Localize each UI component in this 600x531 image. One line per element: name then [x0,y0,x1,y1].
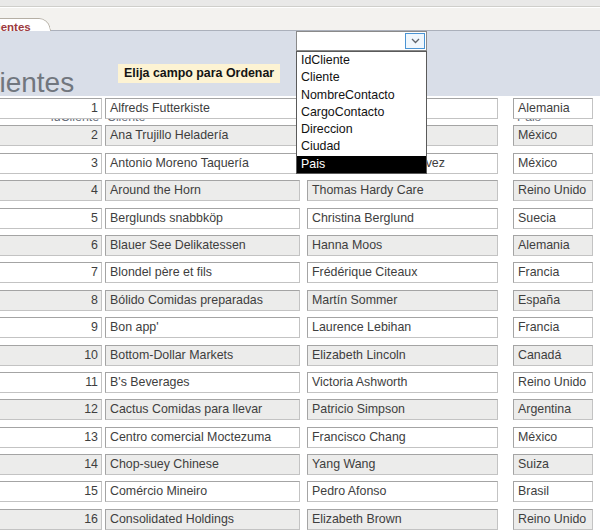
access-form-window: Clientes Clientes Elija campo para Orden… [0,0,600,531]
contacto-cell[interactable]: Christina Berglund [307,208,498,229]
document-tab-bar: Clientes [0,8,600,31]
pais-cell[interactable]: Francia [513,262,593,283]
cliente-cell[interactable]: Ana Trujillo Heladería [105,125,300,146]
cliente-cell[interactable]: Bólido Comidas preparadas [105,290,300,311]
table-row: 4Around the HornThomas Hardy CareReino U… [0,178,600,205]
contacto-cell[interactable]: Martín Sommer [307,290,498,311]
dropdown-option[interactable]: CargoContacto [297,104,426,121]
pais-cell[interactable]: España [513,290,593,311]
contacto-cell[interactable]: Francisco Chang [307,427,498,448]
cliente-cell[interactable]: Around the Horn [105,180,300,201]
idcliente-cell[interactable]: 7 [0,262,102,283]
pais-cell[interactable]: Argentina [513,399,593,420]
cliente-cell[interactable]: Centro comercial Moctezuma [105,427,300,448]
pais-cell[interactable]: México [513,153,593,174]
contacto-cell[interactable]: Yang Wang [307,454,498,475]
dropdown-option[interactable]: Direccion [297,121,426,138]
idcliente-cell[interactable]: 10 [0,345,102,366]
contacto-cell[interactable]: Elizabeth Brown [307,509,498,530]
cliente-cell[interactable]: Antonio Moreno Taquería [105,153,300,174]
sort-field-dropdown-list: IdClienteClienteNombreContactoCargoConta… [296,51,427,174]
idcliente-cell[interactable]: 4 [0,180,102,201]
pais-cell[interactable]: Suecia [513,208,593,229]
pais-cell[interactable]: Reino Unido [513,509,593,530]
cliente-cell[interactable]: B's Beverages [105,372,300,393]
table-row: 16Consolidated HoldingsElizabeth BrownRe… [0,507,600,531]
pais-cell[interactable]: Francia [513,317,593,338]
table-row: 10Bottom-Dollar MarketsElizabeth Lincoln… [0,343,600,370]
contacto-cell[interactable]: Thomas Hardy Care [307,180,498,201]
table-row: 14Chop-suey ChineseYang WangSuiza [0,452,600,479]
dropdown-option[interactable]: NombreContacto [297,87,426,104]
idcliente-cell[interactable]: 8 [0,290,102,311]
idcliente-cell[interactable]: 2 [0,125,102,146]
idcliente-cell[interactable]: 9 [0,317,102,338]
contacto-cell[interactable]: Hanna Moos [307,235,498,256]
contacto-cell[interactable]: Patricio Simpson [307,399,498,420]
pais-cell[interactable]: México [513,125,593,146]
pais-cell[interactable]: Brasil [513,481,593,502]
idcliente-cell[interactable]: 5 [0,208,102,229]
cliente-cell[interactable]: Comércio Mineiro [105,481,300,502]
dropdown-option[interactable]: Pais [297,156,426,173]
cliente-cell[interactable]: Chop-suey Chinese [105,454,300,475]
contacto-cell[interactable]: Victoria Ashworth [307,372,498,393]
idcliente-cell[interactable]: 12 [0,399,102,420]
sort-prompt-label: Elija campo para Ordenar [118,64,280,83]
pais-cell[interactable]: Reino Unido [513,372,593,393]
cliente-cell[interactable]: Blondel père et fils [105,262,300,283]
idcliente-cell[interactable]: 13 [0,427,102,448]
pais-cell[interactable]: México [513,427,593,448]
table-row: 15Comércio MineiroPedro AfonsoBrasil [0,479,600,506]
dropdown-option[interactable]: Ciudad [297,138,426,155]
cliente-cell[interactable]: Consolidated Holdings [105,509,300,530]
table-row: 5Berglunds snabbköpChristina BerglundSue… [0,206,600,233]
pais-cell[interactable]: Alemania [513,235,593,256]
pais-cell[interactable]: Alemania [513,98,593,119]
contacto-cell[interactable]: Frédérique Citeaux [307,262,498,283]
dropdown-option[interactable]: Cliente [297,69,426,86]
idcliente-cell[interactable]: 16 [0,509,102,530]
table-row: 7Blondel père et filsFrédérique CiteauxF… [0,260,600,287]
cliente-cell[interactable]: Cactus Comidas para llevar [105,399,300,420]
contacto-cell[interactable]: Pedro Afonso [307,481,498,502]
cliente-cell[interactable]: Alfreds Futterkiste [105,98,300,119]
table-row: 6Blauer See DelikatessenHanna MoosAleman… [0,233,600,260]
contacto-cell[interactable]: Elizabeth Lincoln [307,345,498,366]
pais-cell[interactable]: Canadá [513,345,593,366]
cliente-cell[interactable]: Blauer See Delikatessen [105,235,300,256]
idcliente-cell[interactable]: 11 [0,372,102,393]
dropdown-option[interactable]: IdCliente [297,52,426,69]
chevron-down-icon [411,38,420,44]
combobox-dropdown-button[interactable] [405,33,425,49]
contacto-cell[interactable]: Laurence Lebihan [307,317,498,338]
idcliente-cell[interactable]: 15 [0,481,102,502]
table-row: 13Centro comercial MoctezumaFrancisco Ch… [0,425,600,452]
sort-field-combobox[interactable] [296,31,427,51]
idcliente-cell[interactable]: 6 [0,235,102,256]
pais-cell[interactable]: Suiza [513,454,593,475]
idcliente-cell[interactable]: 14 [0,454,102,475]
pais-cell[interactable]: Reino Unido [513,180,593,201]
table-row: 11B's BeveragesVictoria AshworthReino Un… [0,370,600,397]
table-row: 8Bólido Comidas preparadasMartín SommerE… [0,288,600,315]
cliente-cell[interactable]: Bon app' [105,317,300,338]
window-chrome-strip [0,0,600,7]
idcliente-cell[interactable]: 3 [0,153,102,174]
cliente-cell[interactable]: Berglunds snabbköp [105,208,300,229]
cliente-cell[interactable]: Bottom-Dollar Markets [105,345,300,366]
table-row: 9Bon app'Laurence LebihanFrancia [0,315,600,342]
page-title: Clientes [0,67,74,99]
idcliente-cell[interactable]: 1 [0,98,102,119]
table-row: 12Cactus Comidas para llevarPatricio Sim… [0,397,600,424]
